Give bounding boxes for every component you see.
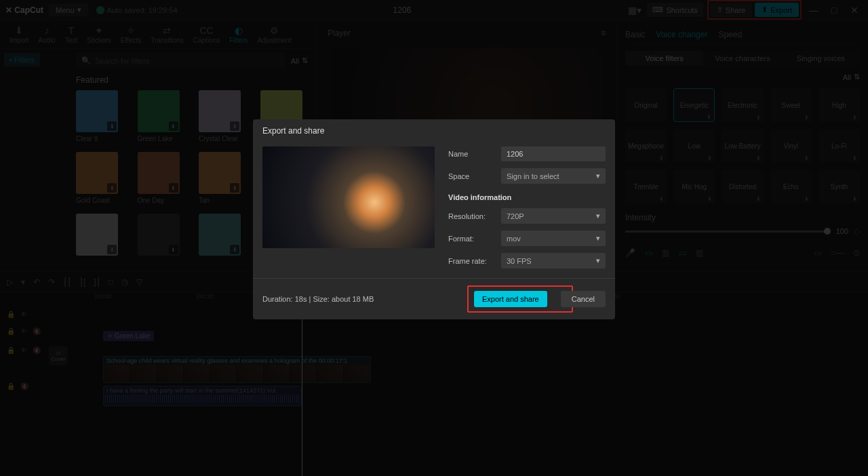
video-info-heading: Video information: [448, 193, 606, 201]
space-select[interactable]: Sign in to select▾: [501, 168, 606, 184]
space-label: Space: [448, 172, 494, 180]
framerate-label: Frame rate:: [448, 257, 494, 265]
export-info: Duration: 18s | Size: about 18 MB: [262, 295, 467, 303]
export-preview: [262, 146, 435, 248]
export-modal: Export and share Name Space Sign in to s…: [253, 119, 615, 319]
cancel-button[interactable]: Cancel: [561, 291, 606, 307]
name-label: Name: [448, 150, 494, 158]
modal-title: Export and share: [253, 119, 615, 142]
export-and-share-button[interactable]: Export and share: [474, 291, 547, 307]
resolution-label: Resolution:: [448, 212, 494, 220]
framerate-select[interactable]: 30 FPS▾: [501, 253, 606, 269]
format-select[interactable]: mov▾: [501, 231, 606, 246]
name-input[interactable]: [501, 146, 606, 161]
format-label: Format:: [448, 235, 494, 243]
resolution-select[interactable]: 720P▾: [501, 208, 606, 224]
export-highlight-box: Export and share: [467, 285, 573, 313]
